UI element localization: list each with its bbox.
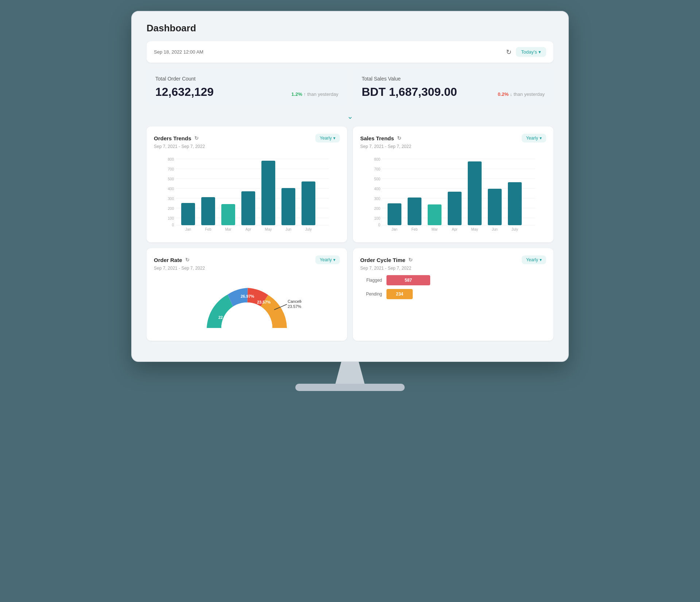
svg-text:Jan: Jan — [392, 227, 397, 231]
svg-text:700: 700 — [374, 167, 380, 171]
svg-text:22.37%: 22.37% — [218, 315, 232, 320]
svg-rect-50 — [468, 161, 482, 225]
svg-rect-51 — [488, 189, 502, 225]
order-rate-refresh-icon[interactable]: ↻ — [185, 257, 190, 263]
cycle-time-chart: Flagged 587 Pending 234 — [360, 275, 546, 299]
svg-text:700: 700 — [168, 167, 174, 171]
svg-rect-17 — [201, 197, 215, 225]
svg-rect-19 — [241, 191, 255, 225]
cycle-pending-bar: 234 — [386, 289, 413, 299]
sales-trends-period-button[interactable]: Yearly ▾ — [522, 134, 546, 142]
orders-trends-date-range: Sep 7, 2021 - Sep 7, 2022 — [154, 144, 340, 149]
svg-text:May: May — [471, 227, 478, 231]
svg-rect-22 — [302, 181, 315, 225]
total-order-count-card: Total Order Count 12,632,129 1.2% ↑ than… — [147, 69, 347, 106]
svg-text:23.57%: 23.57% — [257, 300, 271, 304]
order-cycle-time-period-button[interactable]: Yearly ▾ — [522, 255, 546, 264]
sales-trends-chart: 800 700 500 400 300 200 100 0 — [360, 153, 546, 234]
svg-text:0: 0 — [378, 223, 380, 227]
svg-text:100: 100 — [168, 216, 174, 220]
svg-text:800: 800 — [168, 157, 174, 161]
order-cycle-time-date-range: Sep 7, 2021 - Sep 7, 2022 — [360, 266, 546, 271]
svg-text:400: 400 — [168, 187, 174, 191]
orders-trends-title: Orders Trends — [154, 135, 191, 141]
chevron-down-icon[interactable]: ⌄ — [347, 112, 353, 120]
svg-text:26.97%: 26.97% — [241, 294, 254, 298]
svg-rect-20 — [261, 161, 275, 225]
orders-trends-period-button[interactable]: Yearly ▾ — [315, 134, 340, 142]
orders-trends-card: Orders Trends ↻ Yearly ▾ Sep 7, 2021 - S… — [147, 126, 347, 242]
svg-rect-46 — [388, 203, 401, 225]
svg-text:500: 500 — [168, 177, 174, 181]
page-title: Dashboard — [147, 23, 553, 34]
total-order-change: 1.2% ↑ than yesterday — [291, 91, 338, 97]
order-rate-date-range: Sep 7, 2021 - Sep 7, 2022 — [154, 266, 340, 271]
svg-text:500: 500 — [374, 177, 380, 181]
orders-trends-refresh-icon[interactable]: ↻ — [194, 135, 199, 141]
monitor-stand-neck — [335, 362, 365, 384]
cycle-time-row-pending: Pending 234 — [360, 289, 546, 299]
svg-text:800: 800 — [374, 157, 380, 161]
order-cycle-time-refresh-icon[interactable]: ↻ — [408, 257, 413, 263]
svg-text:Jan: Jan — [185, 227, 191, 231]
todays-button[interactable]: Today's ▾ — [516, 47, 546, 57]
svg-text:Feb: Feb — [411, 227, 418, 231]
top-bar: Sep 18, 2022 12:00 AM ↻ Today's ▾ — [147, 41, 553, 63]
datetime-label: Sep 18, 2022 12:00 AM — [154, 49, 203, 55]
total-sales-change: 0.2% ↓ than yesterday — [498, 91, 545, 97]
svg-text:Apr: Apr — [245, 227, 251, 231]
charts-grid-top: Orders Trends ↻ Yearly ▾ Sep 7, 2021 - S… — [147, 126, 553, 242]
svg-text:300: 300 — [374, 197, 380, 201]
svg-text:July: July — [305, 227, 312, 231]
collapse-row: ⌄ — [147, 112, 553, 121]
svg-text:May: May — [265, 227, 272, 231]
total-sales-label: Total Sales Value — [362, 76, 545, 82]
svg-text:Jun: Jun — [492, 227, 498, 231]
cycle-time-row-flagged: Flagged 587 — [360, 275, 546, 285]
cycle-flagged-label: Flagged — [360, 278, 382, 283]
cycle-pending-label: Pending — [360, 292, 382, 297]
sales-trends-card: Sales Trends ↻ Yearly ▾ Sep 7, 2021 - Se… — [353, 126, 553, 242]
svg-rect-49 — [448, 192, 462, 225]
order-cycle-time-title: Order Cycle Time — [360, 257, 405, 263]
sales-trends-title: Sales Trends — [360, 135, 394, 141]
svg-text:400: 400 — [374, 187, 380, 191]
monitor-stand-base — [295, 384, 405, 391]
svg-text:Cancelled: Cancelled — [288, 299, 302, 304]
orders-trends-chart: 800 700 500 400 300 200 100 0 — [154, 153, 340, 234]
stats-row: Total Order Count 12,632,129 1.2% ↑ than… — [147, 69, 553, 106]
total-order-count-label: Total Order Count — [155, 76, 338, 82]
svg-text:200: 200 — [168, 207, 174, 211]
order-rate-card: Order Rate ↻ Yearly ▾ Sep 7, 2021 - Sep … — [147, 248, 347, 341]
sales-trends-refresh-icon[interactable]: ↻ — [397, 135, 401, 141]
svg-text:July: July — [512, 227, 518, 231]
top-bar-actions: ↻ Today's ▾ — [506, 47, 546, 57]
order-cycle-time-card: Order Cycle Time ↻ Yearly ▾ Sep 7, 2021 … — [353, 248, 553, 341]
total-order-count-value: 12,632,129 — [155, 85, 214, 99]
svg-text:200: 200 — [374, 207, 380, 211]
svg-rect-18 — [221, 204, 235, 225]
svg-rect-52 — [508, 182, 522, 225]
svg-rect-16 — [181, 203, 195, 225]
cycle-flagged-bar: 587 — [386, 275, 430, 285]
svg-text:300: 300 — [168, 197, 174, 201]
svg-text:Apr: Apr — [452, 227, 458, 231]
svg-text:Jun: Jun — [285, 227, 291, 231]
svg-text:100: 100 — [374, 216, 380, 220]
svg-text:Mar: Mar — [431, 227, 438, 231]
svg-text:Mar: Mar — [225, 227, 232, 231]
sales-trends-date-range: Sep 7, 2021 - Sep 7, 2022 — [360, 144, 546, 149]
total-sales-value-card: Total Sales Value BDT 1,687,309.00 0.2% … — [353, 69, 553, 106]
svg-text:23.57%: 23.57% — [288, 304, 302, 309]
charts-grid-bottom: Order Rate ↻ Yearly ▾ Sep 7, 2021 - Sep … — [147, 248, 553, 341]
order-rate-chart: 22.37% 26.97% 23.57% Cancelled 23.57% — [192, 275, 302, 333]
svg-rect-48 — [428, 204, 442, 225]
total-sales-value: BDT 1,687,309.00 — [362, 85, 457, 99]
refresh-icon[interactable]: ↻ — [506, 48, 512, 56]
svg-text:0: 0 — [172, 223, 174, 227]
order-rate-title: Order Rate — [154, 257, 182, 263]
svg-text:Feb: Feb — [205, 227, 211, 231]
svg-rect-47 — [408, 198, 421, 225]
svg-rect-21 — [281, 188, 295, 225]
order-rate-period-button[interactable]: Yearly ▾ — [315, 255, 340, 264]
